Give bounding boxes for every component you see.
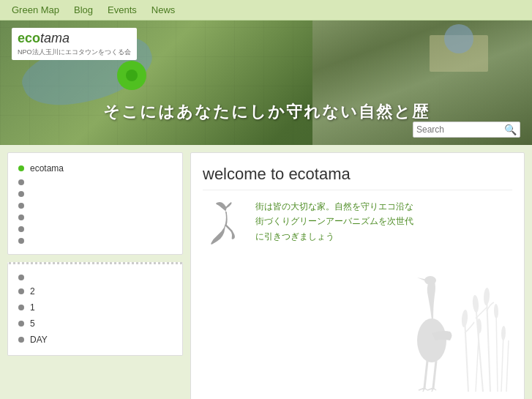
badge-icon (124, 68, 139, 83)
logo-subtitle: NPO法人玉川にエコタウンをつくる会 (18, 48, 131, 57)
bullet-icon (18, 179, 24, 185)
bullet-icon (18, 337, 24, 343)
hero-badge (117, 61, 146, 90)
sidebar-box-2: 2 1 5 DAY (7, 262, 183, 356)
sidebar-item-label: ecotama (30, 163, 64, 174)
list-item (18, 235, 172, 247)
svg-point-10 (494, 304, 499, 318)
list-item (18, 212, 172, 223)
search-input[interactable] (416, 124, 504, 135)
main-content: ecotama (0, 145, 532, 399)
sidebar-item-label: 5 (30, 318, 35, 329)
svg-point-13 (501, 326, 506, 340)
list-item: 1 (18, 299, 172, 316)
list-item (18, 188, 172, 200)
bullet-icon (18, 226, 24, 232)
bullet-icon (18, 165, 24, 171)
bullet-icon (18, 238, 24, 244)
bullet-icon (18, 321, 24, 327)
nav-news[interactable]: News (151, 4, 176, 15)
svg-line-5 (476, 326, 479, 392)
list-item: 5 (18, 316, 172, 332)
hero-banner: ecotama NPO法人玉川にエコタウンをつくる会 そこにはあなたにしか守れな… (0, 20, 532, 145)
content-description: 街は皆の大切な家。自然を守りエコ沿な 街づくりグリーンアーバニズムを次世代 に引… (255, 199, 413, 253)
svg-line-16 (424, 361, 427, 388)
svg-line-17 (433, 361, 436, 388)
heron-large-icon (395, 275, 468, 392)
nav-green-map[interactable]: Green Map (12, 4, 59, 15)
svg-point-9 (483, 288, 490, 305)
hero-logo: ecotama NPO法人玉川にエコタウンをつくる会 (12, 28, 137, 60)
list-item (18, 223, 172, 235)
hero-tagline: そこにはあなたにしか守れない自然と歴 (0, 101, 532, 123)
nav-events[interactable]: Events (108, 4, 137, 15)
crane-icon-small (203, 199, 247, 253)
svg-line-3 (496, 311, 498, 392)
top-navigation: Green Map Blog Events News (0, 0, 532, 20)
crane-svg-small (203, 199, 243, 250)
bullet-icon (18, 305, 24, 310)
bullet-icon (18, 215, 24, 220)
list-item (18, 176, 172, 188)
sidebar-item-label: DAY (30, 335, 48, 345)
list-item: 2 (18, 283, 172, 299)
list-item: DAY (18, 332, 172, 348)
list-item: ecotama (18, 160, 172, 176)
bullet-icon (18, 275, 24, 280)
bullet-icon (18, 203, 24, 209)
content-text: 街は皆の大切な家。自然を守りエコ沿な 街づくりグリーンアーバニズムを次世代 に引… (255, 199, 413, 244)
content-body: 街は皆の大切な家。自然を守りエコ沿な 街づくりグリーンアーバニズムを次世代 に引… (203, 199, 512, 253)
sidebar-item-label: 2 (30, 286, 35, 297)
svg-point-8 (472, 295, 479, 313)
bird-watermark-area (203, 260, 512, 392)
svg-line-6 (501, 333, 503, 392)
bullet-icon (18, 288, 24, 294)
search-icon[interactable]: 🔍 (504, 124, 517, 135)
sidebar-list-2: 2 1 5 DAY (18, 272, 172, 348)
sidebar: ecotama (7, 152, 183, 399)
main-content-area: welcome to ecotama 街は皆の大切な家。自然を守りエコ沿な 街づ… (190, 152, 525, 399)
svg-line-7 (506, 340, 509, 392)
sidebar-list-1: ecotama (18, 160, 172, 247)
sidebar-item-label: 1 (30, 302, 35, 313)
logo-tama-text: tama (40, 31, 70, 45)
sidebar-box-1: ecotama (7, 152, 183, 255)
bullet-icon (18, 191, 24, 197)
hero-search-bar: 🔍 (413, 122, 520, 138)
content-title: welcome to ecotama (203, 165, 512, 190)
logo-eco-text: eco (18, 31, 40, 45)
list-item (18, 200, 172, 212)
nav-blog[interactable]: Blog (74, 4, 93, 15)
list-item (18, 272, 172, 283)
svg-point-0 (126, 70, 138, 81)
